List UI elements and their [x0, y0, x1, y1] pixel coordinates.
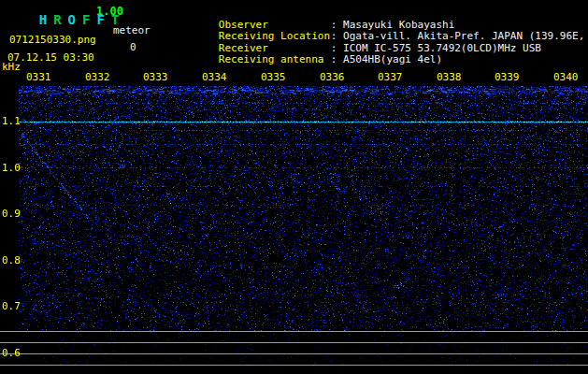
app-version: 1.00 — [96, 7, 123, 17]
meteor-count: 0 — [130, 42, 136, 52]
level-gridline — [0, 342, 588, 343]
level-gridline — [0, 353, 588, 354]
y-tick-label: 1.1 — [2, 116, 21, 126]
x-tick-label: 0333 — [143, 72, 168, 82]
x-tick-label: 0336 — [320, 72, 345, 82]
x-tick-label: 0338 — [437, 72, 462, 82]
level-gridline — [0, 365, 588, 366]
info-value: : A504HB(yagi 4el) — [331, 53, 442, 65]
title-letter: R — [53, 12, 61, 27]
y-tick-label: 1.0 — [2, 163, 21, 173]
level-gridline — [0, 331, 588, 332]
spectrogram-canvas — [19, 86, 588, 367]
hrofft-window: HROFFT 1.00 0712150330.png meteor 0 07.1… — [0, 0, 588, 374]
y-tick-label: 0.6 — [2, 348, 21, 358]
x-tick-label: 0340 — [553, 72, 579, 82]
info-label: Receiving antenna — [219, 54, 331, 66]
y-tick-label: 0.9 — [2, 209, 21, 219]
info-row-observer: Observer: Masayuki Kobayashi — [165, 6, 588, 18]
y-tick-label: 0.8 — [2, 255, 21, 266]
x-tick-label: 0332 — [85, 72, 110, 82]
datetime-label: 07.12.15 03:30 — [7, 52, 94, 63]
x-tick-label: 0335 — [261, 72, 286, 82]
y-tick-label: 0.7 — [2, 301, 21, 311]
mode-label: meteor — [113, 25, 151, 36]
y-axis-unit-label: kHz — [2, 62, 21, 72]
observer-info-block: Observer: Masayuki Kobayashi Receiving L… — [165, 6, 588, 52]
output-filename: 0712150330.png — [9, 35, 96, 45]
x-tick-label: 0331 — [26, 72, 51, 82]
x-tick-label: 0339 — [495, 72, 520, 82]
x-tick-label: 0337 — [378, 72, 403, 82]
x-tick-label: 0334 — [202, 72, 227, 82]
title-letter: O — [68, 12, 76, 27]
title-letter: F — [82, 12, 90, 27]
title-letter: H — [39, 12, 47, 27]
